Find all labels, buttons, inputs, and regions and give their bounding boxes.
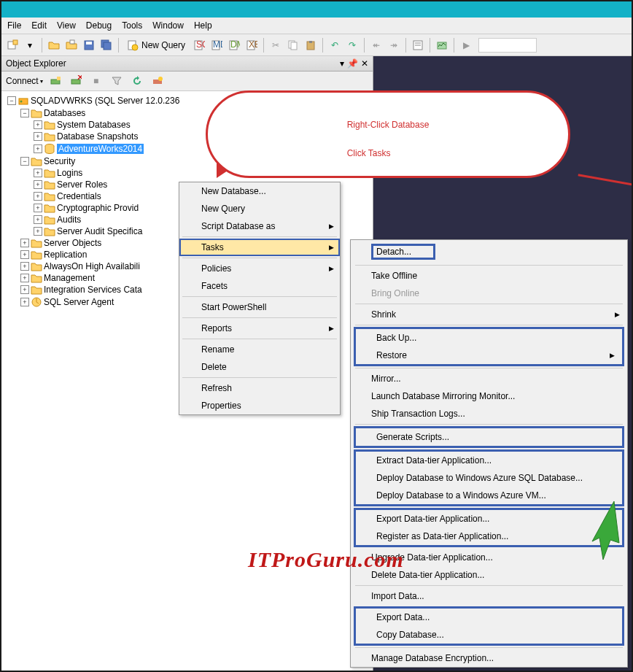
menu-debug[interactable]: Debug [86, 20, 112, 31]
panel-title: Object Explorer [6, 58, 66, 69]
separator [364, 38, 365, 53]
db-query-icon[interactable]: SQL [191, 37, 207, 53]
connect-icon[interactable] [47, 73, 63, 89]
sub-shrink[interactable]: Shrink▶ [351, 306, 627, 323]
dmx-icon[interactable]: DMX [226, 37, 242, 53]
save-icon[interactable] [81, 37, 97, 53]
tasks-submenu: Detach... Take Offline Bring Online Shri… [350, 239, 628, 668]
copy-icon[interactable] [285, 37, 301, 53]
ctx-facets[interactable]: Facets [179, 277, 340, 295]
svg-rect-4 [86, 42, 92, 45]
close-icon[interactable]: ✕ [361, 58, 368, 69]
sub-backup[interactable]: Back Up... [356, 329, 622, 347]
folder-icon [31, 250, 42, 260]
dropdown-icon[interactable]: ▾ [340, 58, 344, 69]
ctx-new-database[interactable]: New Database... [179, 182, 340, 200]
separator [42, 38, 42, 53]
folder-icon [31, 261, 42, 271]
folder-icon [44, 191, 55, 201]
paste-icon[interactable] [303, 37, 319, 53]
sub-deploy-azure-sql[interactable]: Deploy Database to Windows Azure SQL Dat… [356, 469, 622, 487]
ctx-rename[interactable]: Rename [179, 341, 340, 358]
sub-take-offline[interactable]: Take Offline [351, 267, 627, 285]
ctx-script-database[interactable]: Script Database as▶ [179, 217, 340, 235]
separator [355, 325, 623, 325]
submenu-arrow-icon: ▶ [329, 223, 334, 230]
open-file-icon[interactable] [63, 37, 79, 53]
stop-icon[interactable]: ■ [88, 73, 104, 89]
separator [322, 38, 323, 53]
pin-icon[interactable]: 📌 [347, 58, 358, 69]
sub-restore[interactable]: Restore▶ [356, 347, 622, 364]
submenu-arrow-icon: ▶ [610, 352, 615, 359]
folder-icon [44, 203, 55, 213]
play-icon[interactable]: ▶ [458, 37, 474, 53]
sub-generate-scripts[interactable]: Generate Scripts... [356, 428, 622, 446]
separator [355, 304, 623, 304]
menu-help[interactable]: Help [194, 20, 212, 31]
debug-target-combo[interactable] [478, 38, 537, 53]
separator [263, 38, 264, 53]
dropdown-icon[interactable]: ▾ [22, 37, 38, 53]
separator [430, 38, 430, 53]
ctx-delete[interactable]: Delete [179, 358, 340, 376]
highlight-export-copy: Export Data... Copy Database... [354, 606, 624, 646]
ctx-tasks[interactable]: Tasks▶ [179, 239, 340, 256]
connect-button[interactable]: Connect▾ [6, 76, 43, 86]
callout-line1: Right-Click Database [347, 120, 430, 130]
submenu-arrow-icon: ▶ [329, 244, 334, 251]
separator [355, 265, 623, 266]
sub-manage-encryption[interactable]: Manage Database Encryption... [351, 649, 627, 667]
svg-rect-6 [104, 42, 111, 50]
properties-icon[interactable] [410, 37, 426, 53]
open-icon[interactable] [46, 37, 62, 53]
separator [182, 258, 337, 258]
ctx-policies[interactable]: Policies▶ [179, 260, 340, 277]
sub-mirror[interactable]: Mirror... [351, 370, 627, 387]
sub-extract-dta[interactable]: Extract Data-tier Application... [356, 452, 622, 469]
ctx-reports[interactable]: Reports▶ [179, 320, 340, 337]
menu-tools[interactable]: Tools [122, 20, 142, 31]
activity-icon[interactable] [434, 37, 450, 53]
ctx-refresh[interactable]: Refresh [179, 379, 340, 397]
sub-detach[interactable]: Detach... [351, 240, 627, 263]
menu-bar: File Edit View Debug Tools Window Help [1, 18, 632, 34]
svg-text:SQL: SQL [196, 39, 205, 50]
folder-icon [44, 215, 55, 225]
cut-icon[interactable]: ✂ [268, 37, 284, 53]
undo-icon[interactable]: ↶ [327, 37, 343, 53]
svg-text:DMX: DMX [230, 39, 240, 50]
ctx-new-query[interactable]: New Query [179, 200, 340, 217]
new-project-icon[interactable] [4, 37, 20, 53]
ctx-properties[interactable]: Properties [179, 397, 340, 414]
mdx-icon[interactable]: MDX [209, 37, 225, 53]
filter-icon[interactable] [109, 73, 125, 89]
sub-import-data[interactable]: Import Data... [351, 587, 627, 605]
menu-edit[interactable]: Edit [31, 20, 47, 31]
sub-ship-tx-logs[interactable]: Ship Transaction Logs... [351, 405, 627, 422]
folder-icon [44, 131, 55, 142]
sub-copy-database[interactable]: Copy Database... [356, 626, 622, 644]
window-titlebar [1, 1, 632, 18]
highlight-backup-restore: Back Up... Restore▶ [354, 327, 624, 366]
sub-export-data[interactable]: Export Data... [356, 609, 622, 626]
menu-view[interactable]: View [57, 20, 76, 31]
nav-back-icon[interactable]: ↞ [368, 37, 384, 53]
folder-icon [44, 226, 55, 236]
save-all-icon[interactable] [98, 37, 114, 53]
redo-icon[interactable]: ↷ [344, 37, 360, 53]
policy-icon[interactable] [149, 73, 166, 89]
sub-launch-mirror-monitor[interactable]: Launch Database Mirroring Monitor... [351, 387, 627, 405]
nav-fwd-icon[interactable]: ↠ [386, 37, 402, 53]
xmla-icon[interactable]: XE [244, 37, 260, 53]
new-query-button[interactable]: New Query [123, 38, 190, 53]
svg-rect-2 [70, 40, 74, 44]
ctx-start-powershell[interactable]: Start PowerShell [179, 298, 340, 316]
menu-window[interactable]: Window [152, 20, 184, 31]
separator [355, 647, 623, 648]
refresh-icon[interactable] [129, 73, 145, 89]
svg-text:XE: XE [249, 39, 257, 50]
menu-file[interactable]: File [7, 20, 21, 31]
folder-icon [31, 273, 42, 283]
disconnect-icon[interactable]: ✕ [68, 73, 84, 89]
